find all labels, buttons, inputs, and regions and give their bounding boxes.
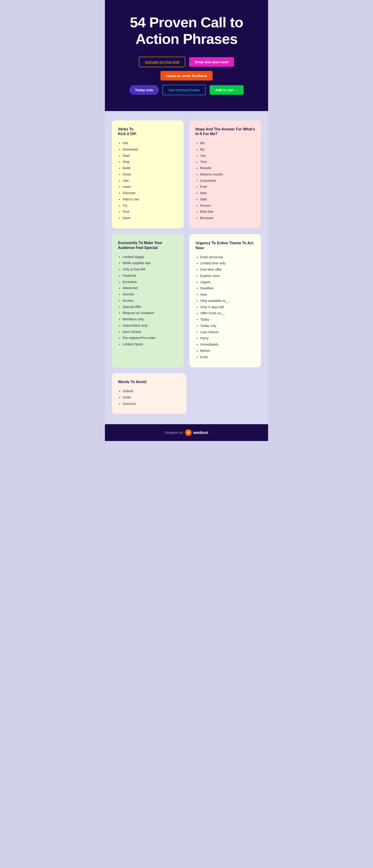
list-item: Urgent [200, 280, 255, 285]
list-item: Ends [200, 355, 255, 360]
list-item: Your [200, 159, 255, 164]
list-item: Our/ours [123, 401, 180, 406]
list-item: Proven [200, 203, 255, 208]
list-item: Last chance [200, 330, 255, 335]
card-exclusivity: Exclusivity To Make Your Audience Feel S… [112, 234, 184, 368]
list-item: Results [200, 166, 255, 171]
list-item: Before [200, 348, 255, 353]
buttons-row-1: Activate my free trial Shop and save now… [114, 57, 259, 81]
list-item: One-time offer [200, 267, 255, 272]
list-item: Expires soon [200, 274, 255, 279]
list-item: Free [200, 184, 255, 189]
list-item: New [200, 191, 255, 196]
list-item: Find [123, 209, 178, 214]
card-exclusivity-title: Exclusivity To Make Your Audience Feel S… [118, 241, 178, 250]
card-urgency-list: Ends tomorrow Limited time only One-time… [196, 255, 255, 360]
svg-text:W: W [188, 431, 190, 434]
list-item: Build [123, 166, 178, 171]
list-item: Secrets [123, 292, 178, 297]
get-involved-button[interactable]: Get involved today [163, 85, 206, 95]
card-hope: Hope And The Answer For What's In It For… [189, 120, 261, 228]
list-item: Stop [123, 159, 178, 164]
card-verbs-list: Get Download Start Stop Build Grow Join … [118, 141, 178, 221]
list-item: Request an invitation [123, 311, 178, 316]
list-item: Me [200, 141, 255, 146]
card-verbs-title: Verbs ToKick it Off: [118, 127, 178, 137]
list-item: Order [123, 395, 180, 400]
list-item: Learn [123, 184, 178, 189]
main-content: Verbs ToKick it Off: Get Download Start … [105, 111, 268, 425]
list-item: Only X days left [200, 305, 255, 310]
list-item: Download [123, 147, 178, 152]
list-item: Hurry [200, 336, 255, 341]
list-item: Grow [123, 172, 178, 177]
list-item: Limited time only [200, 261, 255, 266]
list-item: Try [123, 203, 178, 208]
list-item: My [200, 147, 255, 152]
card-avoid-list: Submit Order Our/ours [118, 389, 180, 406]
card-hope-list: Me My You Your Results Returns results G… [195, 141, 255, 221]
list-item: Get [123, 141, 178, 146]
list-item: Advanced [123, 286, 178, 291]
list-item: Returns results [200, 172, 255, 177]
footer: Designed by W wedevs [105, 424, 268, 441]
today-only-button[interactable]: Today only [129, 85, 159, 95]
card-hope-title: Hope And The Answer For What's In It For… [195, 127, 255, 137]
footer-designed-by: Designed by [165, 431, 183, 434]
list-item: Now [200, 292, 255, 297]
list-item: Offer Ends on__ [200, 311, 255, 316]
list-item: Today [200, 317, 255, 322]
list-item: Save [123, 216, 178, 221]
list-item: Now Closed [123, 330, 178, 335]
list-item: Limited supply [123, 254, 178, 260]
list-item: Only available to__ [200, 299, 255, 304]
list-item: Access [123, 298, 178, 303]
list-item: While supplies last [123, 260, 178, 266]
cards-grid: Verbs ToKick it Off: Get Download Start … [112, 120, 261, 368]
list-item: Ends tomorrow [200, 255, 255, 260]
list-item: Start [123, 153, 178, 158]
list-item: You [200, 153, 255, 158]
card-urgency-title: Urgency To Entive Theme To Act Now: [196, 241, 255, 251]
list-item: Today only [200, 323, 255, 329]
card-avoid: Words To Avoid: Submit Order Our/ours [112, 373, 186, 414]
list-item: Subscribers only [123, 323, 178, 328]
card-verbs: Verbs ToKick it Off: Get Download Start … [112, 120, 184, 228]
list-item: Join [123, 178, 178, 183]
card-exclusivity-list: Limited supply While supplies last Only … [118, 254, 178, 347]
page-title: 54 Proven Call to Action Phrases [114, 14, 259, 48]
list-item: Exclusive [123, 280, 178, 285]
list-item: Because [200, 216, 255, 221]
list-item: Discover [123, 191, 178, 196]
wedevs-icon: W [185, 429, 192, 436]
leave-feedback-button[interactable]: Leave us some feedback [160, 71, 213, 81]
list-item: Safe [200, 197, 255, 202]
header: 54 Proven Call to Action Phrases Activat… [105, 0, 268, 111]
list-item: Immediately [200, 342, 255, 347]
shop-save-button[interactable]: Shop and save now! [189, 57, 234, 67]
wedevs-brand-name: wedevs [193, 430, 208, 435]
list-item: Limited Spots [123, 342, 178, 347]
activate-trial-button[interactable]: Activate my free trial [139, 57, 185, 67]
list-item: Risk-free [200, 209, 255, 214]
card-urgency: Urgency To Entive Theme To Act Now: Ends… [189, 234, 261, 368]
list-item: Featured [123, 273, 178, 278]
list-item: Only a Few left [123, 267, 178, 272]
list-item: Submit [123, 389, 180, 394]
card-avoid-title: Words To Avoid: [118, 380, 180, 384]
list-item: Guarantee [200, 178, 255, 183]
list-item: Deadline [200, 286, 255, 291]
list-item: Add to cart [123, 197, 178, 202]
add-to-cart-button[interactable]: Add to cart → [210, 85, 244, 95]
buttons-row-2: Today only Get involved today Add to car… [114, 85, 259, 95]
list-item: Pre-register/Pre-order [123, 336, 178, 341]
wedevs-logo: W wedevs [185, 429, 208, 436]
list-item: Members only [123, 317, 178, 322]
list-item: Special offer [123, 305, 178, 310]
